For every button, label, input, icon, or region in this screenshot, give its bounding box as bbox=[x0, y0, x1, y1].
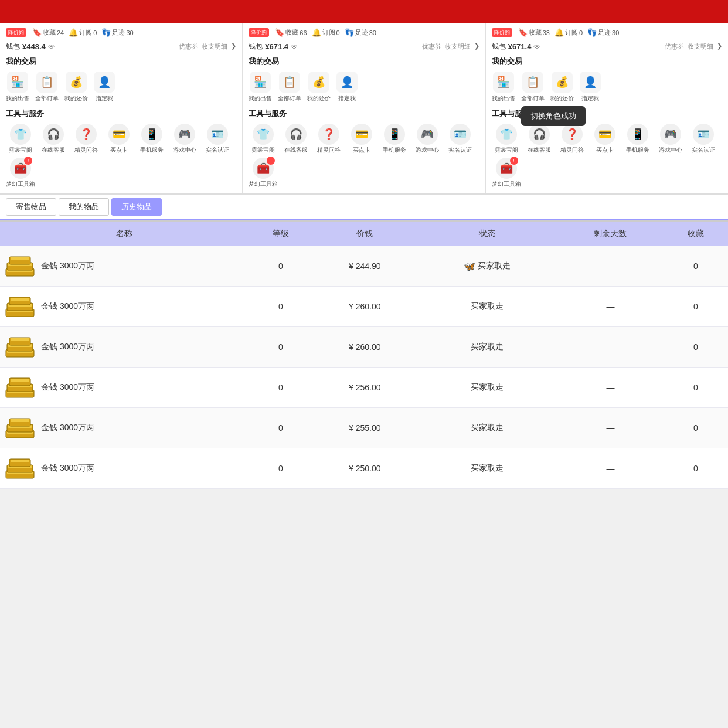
tab-2[interactable]: 历史物品 bbox=[111, 198, 162, 216]
dingyue-stat-1[interactable]: 🔔 订阅 0 bbox=[69, 28, 97, 37]
tool-item-2-1[interactable]: 🎧 在线客服 bbox=[281, 124, 311, 154]
youhuiquan-link-3[interactable]: 优惠券 bbox=[665, 42, 684, 51]
tool-item-2-0[interactable]: 👕 霓裳宝阁 bbox=[249, 124, 278, 154]
tool-item-1-2[interactable]: ❓ 精灵问答 bbox=[72, 124, 101, 154]
table-row: 金钱 3000万两 0¥ 250.00买家取走—0 bbox=[0, 448, 728, 489]
dingyue-stat-3[interactable]: 🔔 订阅 0 bbox=[554, 28, 583, 37]
tool-item-1-4[interactable]: 📱 手机服务 bbox=[137, 124, 166, 154]
tool-item-3-3[interactable]: 💳 买点卡 bbox=[590, 124, 620, 154]
shoukuan-link-1[interactable]: 收支明细 bbox=[202, 42, 227, 51]
youhuiquan-link-2[interactable]: 优惠券 bbox=[422, 42, 441, 51]
youhuiquan-link-1[interactable]: 优惠券 bbox=[179, 42, 198, 51]
table-section: 名称等级价钱状态剩余天数收藏 金钱 3000万两 0¥ 244.90 🦋 买家取… bbox=[0, 222, 728, 489]
wallet-arrow-2[interactable]: ❯ bbox=[474, 42, 479, 51]
trade-icon-circle-3-3: 👤 bbox=[580, 72, 601, 93]
shoucang-stat-2[interactable]: 🔖 收藏 66 bbox=[275, 28, 307, 37]
tool-item-3-1[interactable]: 🎧 在线客服 bbox=[525, 124, 554, 154]
tool-icon-circle-2-1: 🎧 bbox=[285, 124, 307, 145]
trade-item-3-0[interactable]: 🏪 我的出售 bbox=[492, 72, 515, 103]
wallet-arrow-1[interactable]: ❯ bbox=[231, 42, 236, 51]
tool-item-1-7[interactable]: 🧰 ! 梦幻工具箱 bbox=[6, 158, 35, 188]
tool-icon-circle-2-7: 🧰 ! bbox=[253, 158, 274, 179]
dingyue-icon-2: 🔔 bbox=[312, 28, 321, 37]
trade-item-3-1[interactable]: 📋 全部订单 bbox=[521, 72, 545, 103]
account-top-bar-1: 降价购 🔖 收藏 24 🔔 订阅 0 👣 足迹 30 bbox=[6, 28, 236, 37]
tab-0[interactable]: 寄售物品 bbox=[6, 198, 56, 216]
trade-item-1-0[interactable]: 🏪 我的出售 bbox=[6, 72, 29, 103]
tool-item-2-6[interactable]: 🪪 实名认证 bbox=[445, 124, 475, 154]
tool-item-2-5[interactable]: 🎮 游戏中心 bbox=[413, 124, 442, 154]
eye-icon-1[interactable]: 👁 bbox=[48, 43, 55, 51]
trade-item-1-1[interactable]: 📋 全部订单 bbox=[35, 72, 59, 103]
trade-item-2-1[interactable]: 📋 全部订单 bbox=[278, 72, 301, 103]
tool-item-1-3[interactable]: 💳 买点卡 bbox=[104, 124, 134, 154]
wallet-amount-3: ¥671.4 bbox=[508, 42, 532, 51]
tool-item-label-3-0: 霓裳宝阁 bbox=[495, 146, 518, 154]
tool-item-label-3-5: 游戏中心 bbox=[659, 146, 682, 154]
zuji-stat-2[interactable]: 👣 足迹 30 bbox=[345, 28, 376, 37]
tools-row-3: 工具与服务 切换角色成功 👕 霓裳宝阁 🎧 bbox=[492, 108, 722, 188]
trade-item-3-3[interactable]: 👤 指定我 bbox=[580, 72, 601, 103]
shoucang-stat-1[interactable]: 🔖 收藏 24 bbox=[32, 28, 64, 37]
tool-item-1-1[interactable]: 🎧 在线客服 bbox=[39, 124, 68, 154]
row-1-price: ¥ 260.00 bbox=[313, 287, 417, 327]
trade-item-2-2[interactable]: 💰 我的还价 bbox=[307, 72, 331, 103]
trade-item-2-0[interactable]: 🏪 我的出售 bbox=[249, 72, 272, 103]
dingyue-stat-2[interactable]: 🔔 订阅 0 bbox=[312, 28, 340, 37]
wallet-amount-1: ¥448.4 bbox=[22, 42, 46, 51]
zuji-stat-1[interactable]: 👣 足迹 30 bbox=[101, 28, 133, 37]
status-icon-0: 🦋 bbox=[464, 261, 475, 272]
item-name-cell-0: 金钱 3000万两 bbox=[5, 254, 244, 278]
tool-item-3-6[interactable]: 🪪 实名认证 bbox=[689, 124, 718, 154]
tool-item-3-5[interactable]: 🎮 游戏中心 bbox=[656, 124, 685, 154]
tool-icon-circle-3-6: 🪪 bbox=[693, 124, 714, 145]
tool-item-3-7[interactable]: 🧰 ! 梦幻工具箱 bbox=[492, 158, 521, 188]
trade-item-2-3[interactable]: 👤 指定我 bbox=[336, 72, 358, 103]
tool-item-2-3[interactable]: 💳 买点卡 bbox=[347, 124, 376, 154]
jianjia-badge-3: 降价购 bbox=[492, 28, 512, 37]
eye-icon-2[interactable]: 👁 bbox=[291, 43, 298, 51]
tool-icon-circle-3-4: 📱 bbox=[627, 124, 648, 145]
gold-bars-icon-5 bbox=[5, 457, 35, 480]
row-4-price: ¥ 255.00 bbox=[313, 408, 417, 448]
wallet-arrow-3[interactable]: ❯ bbox=[717, 42, 722, 51]
tools-row-1: 工具与服务 👕 霓裳宝阁 🎧 bbox=[6, 108, 236, 188]
tools-icons-1: 👕 霓裳宝阁 🎧 在线客服 bbox=[6, 124, 236, 188]
tool-icon-circle-2-6: 🪪 bbox=[450, 124, 471, 145]
wallet-label-3: 钱包 bbox=[492, 42, 506, 52]
tool-item-3-4[interactable]: 📱 手机服务 bbox=[623, 124, 652, 154]
table-row: 金钱 3000万两 0¥ 256.00买家取走—0 bbox=[0, 368, 728, 408]
tool-item-2-7[interactable]: 🧰 ! 梦幻工具箱 bbox=[249, 158, 278, 188]
zuji-label-2: 足迹 bbox=[355, 28, 368, 37]
trade-item-label-2-1: 全部订单 bbox=[278, 94, 301, 103]
tool-item-label-2-7: 梦幻工具箱 bbox=[249, 180, 278, 188]
tool-item-1-5[interactable]: 🎮 游戏中心 bbox=[170, 124, 199, 154]
wallet-row-2: 钱包 ¥671.4 👁 优惠券 收支明细 ❯ bbox=[249, 42, 479, 52]
tool-item-2-4[interactable]: 📱 手机服务 bbox=[380, 124, 409, 154]
item-name-cell-3: 金钱 3000万两 bbox=[5, 376, 244, 399]
eye-icon-3[interactable]: 👁 bbox=[533, 43, 540, 51]
tool-item-3-2[interactable]: ❓ 精灵问答 bbox=[557, 124, 587, 154]
tool-item-1-0[interactable]: 👕 霓裳宝阁 bbox=[6, 124, 35, 154]
zuji-stat-3[interactable]: 👣 足迹 30 bbox=[587, 28, 619, 37]
shoucang-stat-3[interactable]: 🔖 收藏 33 bbox=[518, 28, 550, 37]
trade-item-1-2[interactable]: 💰 我的还价 bbox=[64, 72, 88, 103]
trade-item-1-3[interactable]: 👤 指定我 bbox=[94, 72, 115, 103]
trade-item-label-1-0: 我的出售 bbox=[6, 94, 29, 103]
trade-icon-circle-2-0: 🏪 bbox=[250, 72, 271, 93]
tools-icons-3: 👕 霓裳宝阁 🎧 在线客服 bbox=[492, 124, 722, 188]
zuji-icon-1: 👣 bbox=[101, 28, 111, 37]
tool-item-2-2[interactable]: ❓ 精灵问答 bbox=[314, 124, 343, 154]
tool-item-label-2-5: 游戏中心 bbox=[416, 146, 439, 154]
tool-item-3-0[interactable]: 👕 霓裳宝阁 bbox=[492, 124, 521, 154]
shoukuan-link-3[interactable]: 收支明细 bbox=[688, 42, 713, 51]
tool-item-label-3-4: 手机服务 bbox=[626, 146, 649, 154]
accounts-row: 降价购 🔖 收藏 24 🔔 订阅 0 👣 足迹 30 bbox=[0, 23, 728, 195]
tool-item-1-6[interactable]: 🪪 实名认证 bbox=[203, 124, 232, 154]
item-name-cell-5: 金钱 3000万两 bbox=[5, 457, 244, 480]
table-header-2: 价钱 bbox=[313, 222, 417, 246]
trade-item-3-2[interactable]: 💰 我的还价 bbox=[550, 72, 574, 103]
shoukuan-link-2[interactable]: 收支明细 bbox=[445, 42, 471, 51]
trade-item-label-2-2: 我的还价 bbox=[307, 94, 331, 103]
tab-1[interactable]: 我的物品 bbox=[59, 198, 109, 216]
